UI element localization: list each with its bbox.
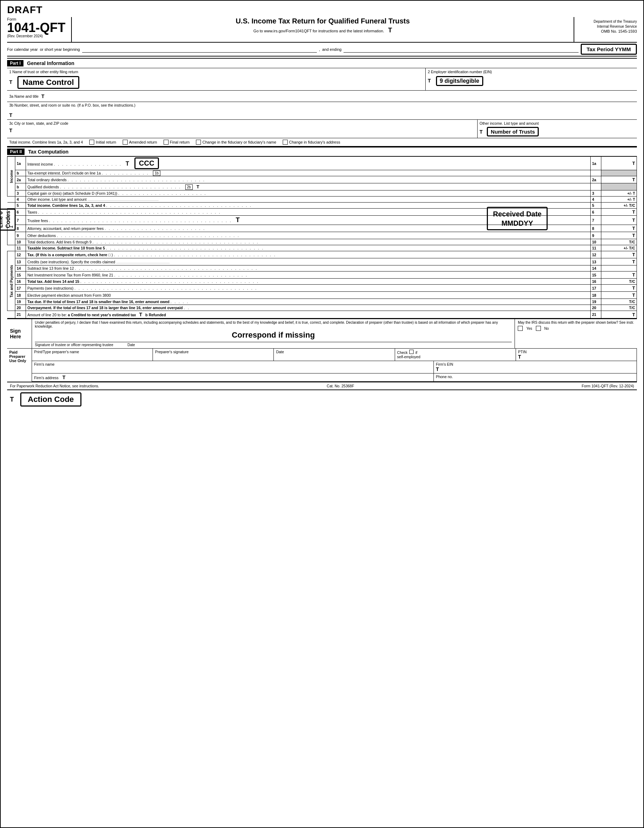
line1-t: T bbox=[9, 79, 13, 85]
line7-num: 7 bbox=[15, 216, 26, 225]
footer-paperwork-text: For Paperwork Reduction Act Notice, see … bbox=[10, 384, 99, 388]
line15-linenum: 15 bbox=[591, 271, 601, 279]
paid-preparer-content: Print/Type preparer's name Preparer's si… bbox=[32, 349, 637, 382]
table-row-1a: Income 1a Interest income . . . . . . . … bbox=[8, 157, 637, 170]
line12-amount: T bbox=[601, 251, 637, 258]
line4-qft-label: Other income. List type and amount bbox=[480, 121, 539, 125]
line2a-linenum: 2a bbox=[591, 176, 601, 183]
name-ein-row: 1 Name of trust or other entity filing r… bbox=[7, 68, 637, 91]
line3b-t: T bbox=[9, 112, 13, 118]
line18-label-cell: Elective payment election amount from Fo… bbox=[26, 292, 591, 299]
action-code-box: Action Code bbox=[20, 392, 82, 406]
line1b-linenum bbox=[591, 170, 601, 176]
line14-label-cell: Subtract line 13 from line 12 . . . . . … bbox=[26, 265, 591, 271]
line21-amount: T bbox=[601, 311, 637, 318]
firms-ein-block: Firm's EIN T bbox=[434, 361, 637, 373]
line2b-field: 2b bbox=[185, 184, 193, 190]
table-row-17: 17 Payments (see instructions) . . . . .… bbox=[8, 285, 637, 292]
table-row-6: T Line 6 Codes 6 Taxes . . . . . . . . .… bbox=[8, 209, 637, 216]
line1a-t-ccc: T CCC bbox=[126, 161, 159, 167]
table-row-18: 18 Elective payment election amount from… bbox=[8, 292, 637, 299]
calendar-label: For calendar year bbox=[7, 47, 38, 52]
check-amended[interactable]: Amended return bbox=[123, 140, 157, 144]
line16-linenum: 16 bbox=[591, 279, 601, 285]
checkbox-yes[interactable] bbox=[518, 326, 523, 331]
checkbox-initial[interactable] bbox=[89, 140, 94, 144]
line15-num: 15 bbox=[15, 271, 26, 279]
line14-amount bbox=[601, 265, 637, 271]
form-page: DRAFT Form 1041-QFT (Rev. December 2024)… bbox=[0, 0, 644, 828]
line21a-t: T bbox=[139, 312, 142, 317]
line7-big-t: T bbox=[236, 216, 240, 224]
line2b-amount bbox=[601, 183, 637, 190]
line19-num: 19 bbox=[15, 299, 26, 305]
checkbox-fiduciary-address[interactable] bbox=[283, 140, 288, 144]
sign-content: Under penalties of perjury, I declare th… bbox=[32, 319, 515, 348]
line2-t: T bbox=[428, 78, 431, 83]
line4-t: T bbox=[480, 129, 483, 135]
paid-preparer-label: Paid Preparer Use Only bbox=[7, 349, 32, 382]
check-initial[interactable]: Initial return bbox=[89, 140, 116, 144]
line2a-amount: T bbox=[601, 176, 637, 183]
line13-linenum: 13 bbox=[591, 258, 601, 265]
line11-num: 11 bbox=[15, 245, 26, 251]
checkbox-self-employed[interactable] bbox=[409, 350, 413, 354]
line1a-amount: T bbox=[601, 157, 637, 170]
line21-section-pad bbox=[8, 311, 15, 318]
firms-ein-t: T bbox=[436, 366, 635, 372]
line16-amount: T/C bbox=[601, 279, 637, 285]
calendar-row: For calendar year or short year beginnin… bbox=[7, 42, 637, 56]
line9-amount: T bbox=[601, 232, 637, 239]
footer-cat: Cat. No. 25368F bbox=[327, 384, 354, 388]
checkbox-fiduciary-name[interactable] bbox=[196, 140, 201, 144]
part1-header: Part I bbox=[7, 60, 24, 66]
line9-linenum: 9 bbox=[591, 232, 601, 239]
sign-date-label: Date bbox=[128, 343, 135, 347]
checkbox-final[interactable] bbox=[163, 140, 168, 144]
line15-label-cell: Net Investment Income Tax from Form 8960… bbox=[26, 271, 591, 279]
correspond-box: Correspond if missing bbox=[35, 331, 512, 340]
sign-penalties: Under penalties of perjury, I declare th… bbox=[35, 320, 512, 328]
line8-amount: T bbox=[601, 225, 637, 232]
line3c-t: T bbox=[9, 128, 13, 133]
line11-amount: +/- T/C bbox=[601, 245, 637, 251]
part1-row: Part I General Information bbox=[7, 58, 637, 68]
table-row-2a: 2a Total ordinary dividends . . . . . . … bbox=[8, 176, 637, 183]
line3a-label: 3a Name and title bbox=[9, 94, 38, 99]
draft-watermark: DRAFT bbox=[7, 4, 637, 16]
check-fiduciary-address[interactable]: Change in fiduciary's address bbox=[283, 140, 340, 144]
preparer-sig-label: Preparer's signature bbox=[153, 349, 274, 361]
line2a-label-cell: Total ordinary dividends . . . . . . . .… bbox=[26, 176, 591, 183]
line19-label-cell: Tax due. If the total of lines 17 and 18… bbox=[26, 299, 591, 305]
qft-block: Other income. List type and amount T Num… bbox=[478, 120, 637, 138]
table-row-1b: b Tax-exempt interest. Don't include on … bbox=[8, 170, 637, 176]
line11-linenum: 11 bbox=[591, 245, 601, 251]
line5-label: Total income. Combine lines 1a, 2a, 3, a… bbox=[9, 140, 83, 144]
form-header: Form 1041-QFT (Rev. December 2024) U.S. … bbox=[7, 17, 637, 42]
form-title-block: U.S. Income Tax Return for Qualified Fun… bbox=[77, 17, 568, 34]
dept-block: Department of the Treasury Internal Reve… bbox=[580, 19, 637, 29]
table-row-3: 3 Capital gain or (loss) (attach Schedul… bbox=[8, 190, 637, 196]
sign-irs-block: May the IRS discuss this return with the… bbox=[515, 319, 637, 348]
line17-num: 17 bbox=[15, 285, 26, 292]
line3b-label: 3b Number, street, and room or suite no.… bbox=[9, 103, 635, 107]
line8-num: 8 bbox=[15, 225, 26, 232]
form-rev: (Rev. December 2024) bbox=[7, 34, 66, 38]
line1a-label-cell: Interest income . . . . . . . . . . . . … bbox=[26, 157, 591, 170]
line10-label-cell: Total deductions. Add lines 6 through 9 … bbox=[26, 239, 591, 245]
table-row-19: 19 Tax due. If the total of lines 17 and… bbox=[8, 299, 637, 305]
check-fiduciary-name[interactable]: Change in the fiduciary or fiduciary's n… bbox=[196, 140, 276, 144]
paid-row-3: Firm's address T Phone no. bbox=[32, 373, 637, 382]
check-final[interactable]: Final return bbox=[163, 140, 190, 144]
line1-label: 1 Name of trust or other entity filing r… bbox=[9, 70, 423, 74]
checkbox-amended[interactable] bbox=[123, 140, 128, 144]
action-code-row: T Action Code bbox=[7, 389, 637, 409]
line6-codes-box: Line 6 Codes bbox=[0, 208, 16, 231]
line21-linenum: 21 bbox=[591, 311, 601, 318]
line3b-row: 3b Number, street, and room or suite no.… bbox=[7, 102, 637, 120]
line12-num: 12 bbox=[15, 251, 26, 258]
nine-digits-box: 9 digits/legible bbox=[436, 76, 483, 86]
tax-payments-section-label: Tax and Payments bbox=[8, 251, 15, 311]
checkbox-no[interactable] bbox=[536, 326, 541, 331]
line12-linenum: 12 bbox=[591, 251, 601, 258]
